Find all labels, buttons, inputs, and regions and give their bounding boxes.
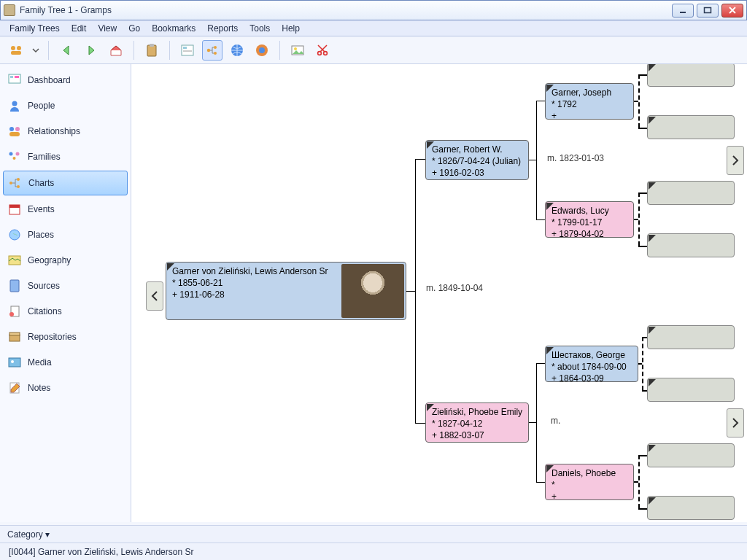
sidebar-item-citations[interactable]: Citations xyxy=(3,300,128,323)
sidebar-item-repositories[interactable]: Repositories xyxy=(3,325,128,349)
person-death: + 1916-02-03 xyxy=(432,167,524,179)
menu-bookmarks[interactable]: Bookmarks xyxy=(147,22,201,35)
sidebar-item-label: Citations xyxy=(28,306,62,316)
svg-point-11 xyxy=(214,46,217,49)
sidebar-item-label: Media xyxy=(28,357,52,368)
sidebar-item-label: Geography xyxy=(28,255,71,265)
svg-point-23 xyxy=(12,101,18,106)
toolbar-home-button[interactable] xyxy=(106,40,126,61)
person-death: + xyxy=(551,491,629,502)
toolbar-pedigree-view-button[interactable] xyxy=(202,40,222,61)
window-close-button[interactable] xyxy=(721,4,743,18)
svg-rect-5 xyxy=(147,45,156,56)
families-icon xyxy=(7,149,22,164)
svg-rect-4 xyxy=(11,51,21,55)
sidebar-item-relationships[interactable]: Relationships xyxy=(3,120,128,143)
toolbar-clipboard-button[interactable] xyxy=(142,40,162,61)
person-name: Daniels, Phoebe xyxy=(551,467,629,479)
toolbar-photo-button[interactable] xyxy=(287,40,308,61)
person-empty[interactable] xyxy=(647,378,735,402)
toolbar-form-view-button[interactable] xyxy=(177,40,198,61)
sidebar-item-media[interactable]: Media xyxy=(3,351,128,374)
svg-rect-8 xyxy=(183,47,187,49)
sidebar-item-events[interactable]: Events xyxy=(3,198,128,221)
svg-point-12 xyxy=(214,52,217,55)
svg-point-10 xyxy=(207,48,210,51)
menu-family-trees[interactable]: Family Trees xyxy=(4,22,65,35)
person-empty[interactable] xyxy=(647,233,735,257)
toolbar-forward-button[interactable] xyxy=(81,40,101,61)
menu-help[interactable]: Help xyxy=(276,22,305,35)
window-maximize-button[interactable] xyxy=(697,4,719,18)
toolbar-globe-blue-button[interactable] xyxy=(227,40,247,61)
expand-right-paternal-button[interactable] xyxy=(727,146,744,175)
svg-rect-21 xyxy=(10,76,13,78)
person-empty[interactable] xyxy=(647,181,735,205)
citations-icon xyxy=(7,304,22,319)
sidebar-item-dashboard[interactable]: Dashboard xyxy=(3,69,128,92)
geography-icon xyxy=(7,253,22,268)
person-birth: * 1792 xyxy=(551,98,629,110)
toolbar xyxy=(0,36,747,64)
repositories-icon xyxy=(7,330,22,344)
person-father[interactable]: Garner, Robert W. * 1826/7-04-24 (Julian… xyxy=(425,140,529,180)
person-root[interactable]: Garner von Zieliński, Lewis Anderson Sr … xyxy=(166,262,406,320)
person-birth: * 1799-01-17 xyxy=(551,217,629,228)
person-mgf[interactable]: Шестаков, George * about 1784-09-00 + 18… xyxy=(545,346,638,382)
svg-rect-6 xyxy=(150,44,154,47)
window-minimize-button[interactable] xyxy=(672,4,694,18)
person-pgf[interactable]: Garner, Joseph * 1792 + xyxy=(545,83,634,120)
statusbar: [I0044] Garner von Zieliński, Lewis Ande… xyxy=(0,542,747,560)
category-button[interactable]: Category ▾ xyxy=(7,529,50,540)
person-mother[interactable]: Zieliński, Phoebe Emily * 1827-04-12 + 1… xyxy=(425,402,529,443)
person-empty[interactable] xyxy=(647,115,735,139)
sidebar-item-notes[interactable]: Notes xyxy=(3,376,128,400)
svg-point-28 xyxy=(16,152,20,156)
pedigree-chart[interactable]: Garner von Zieliński, Lewis Anderson Sr … xyxy=(131,64,747,522)
person-empty[interactable] xyxy=(647,64,735,87)
person-pgm[interactable]: Edwards, Lucy * 1799-01-17 + 1879-04-02 xyxy=(545,201,634,238)
svg-point-30 xyxy=(9,182,12,184)
person-empty[interactable] xyxy=(647,496,735,520)
menu-tools[interactable]: Tools xyxy=(244,22,275,35)
media-icon xyxy=(7,355,22,370)
svg-rect-42 xyxy=(9,358,20,367)
toolbar-globe-orange-button[interactable] xyxy=(252,40,272,61)
sidebar-item-people[interactable]: People xyxy=(3,94,128,117)
svg-rect-26 xyxy=(9,132,20,136)
sidebar-item-label: People xyxy=(28,101,55,111)
charts-icon xyxy=(8,176,23,190)
person-death: + 1864-03-09 xyxy=(551,373,633,384)
svg-rect-22 xyxy=(15,76,19,78)
menu-view[interactable]: View xyxy=(93,22,122,35)
toolbar-people-link-icon[interactable] xyxy=(6,40,26,61)
expand-right-maternal-button[interactable] xyxy=(727,408,744,438)
person-mgm[interactable]: Daniels, Phoebe * + xyxy=(545,464,634,500)
sidebar-item-families[interactable]: Families xyxy=(3,145,128,168)
svg-rect-36 xyxy=(9,256,20,265)
person-empty[interactable] xyxy=(647,443,735,467)
menu-reports[interactable]: Reports xyxy=(202,22,243,35)
expand-left-button[interactable] xyxy=(146,281,163,311)
sidebar-item-label: Relationships xyxy=(28,126,80,136)
sidebar-item-label: Dashboard xyxy=(28,75,71,85)
person-name: Garner, Joseph xyxy=(551,87,629,98)
person-name: Zieliński, Phoebe Emily xyxy=(432,406,524,418)
category-bar: Category ▾ xyxy=(0,525,747,542)
toolbar-back-button[interactable] xyxy=(56,40,77,61)
person-empty[interactable] xyxy=(647,325,735,349)
person-death: + xyxy=(551,110,629,122)
menu-go[interactable]: Go xyxy=(123,22,145,35)
person-death: + 1882-03-07 xyxy=(432,429,524,441)
toolbar-scissors-button[interactable] xyxy=(312,40,333,61)
person-death: + 1879-04-02 xyxy=(551,228,629,240)
menu-edit[interactable]: Edit xyxy=(66,22,92,35)
person-birth: * 1826/7-04-24 (Julian) xyxy=(432,155,524,167)
person-birth: * 1827-04-12 xyxy=(432,418,524,429)
sidebar-item-charts[interactable]: Charts xyxy=(3,171,128,195)
sidebar-item-places[interactable]: Places xyxy=(3,223,128,246)
toolbar-dropdown-icon[interactable] xyxy=(31,40,41,61)
sidebar-item-geography[interactable]: Geography xyxy=(3,249,128,272)
sidebar-item-label: Repositories xyxy=(28,332,77,342)
sidebar-item-sources[interactable]: Sources xyxy=(3,274,128,298)
